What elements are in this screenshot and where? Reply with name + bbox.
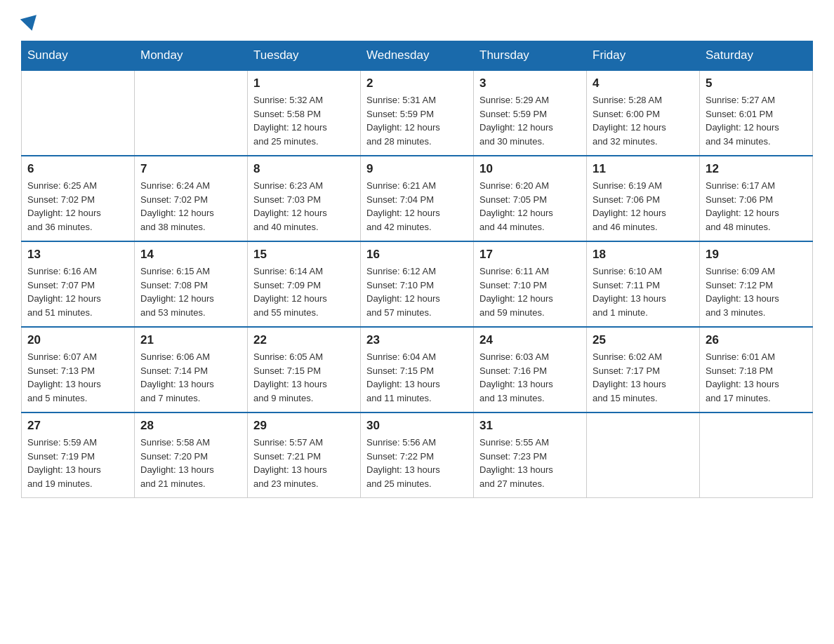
calendar-cell: 8Sunrise: 6:23 AM Sunset: 7:03 PM Daylig…	[248, 156, 361, 241]
logo-triangle-icon	[20, 15, 40, 33]
day-number: 19	[706, 248, 807, 262]
day-info: Sunrise: 6:01 AM Sunset: 7:18 PM Dayligh…	[706, 350, 807, 405]
day-info: Sunrise: 6:21 AM Sunset: 7:04 PM Dayligh…	[366, 179, 468, 234]
calendar-cell: 25Sunrise: 6:02 AM Sunset: 7:17 PM Dayli…	[587, 327, 700, 412]
calendar-cell: 29Sunrise: 5:57 AM Sunset: 7:21 PM Dayli…	[248, 412, 361, 498]
day-info: Sunrise: 6:02 AM Sunset: 7:17 PM Dayligh…	[593, 350, 694, 405]
day-info: Sunrise: 6:03 AM Sunset: 7:16 PM Dayligh…	[479, 350, 581, 405]
day-info: Sunrise: 5:57 AM Sunset: 7:21 PM Dayligh…	[253, 436, 355, 490]
day-info: Sunrise: 6:17 AM Sunset: 7:06 PM Dayligh…	[706, 179, 807, 234]
day-info: Sunrise: 5:32 AM Sunset: 5:58 PM Dayligh…	[253, 93, 355, 148]
day-number: 16	[366, 248, 468, 262]
weekday-header-saturday: Saturday	[700, 41, 813, 71]
day-info: Sunrise: 5:27 AM Sunset: 6:01 PM Dayligh…	[706, 93, 807, 148]
day-info: Sunrise: 6:06 AM Sunset: 7:14 PM Dayligh…	[140, 350, 241, 405]
calendar-cell: 14Sunrise: 6:15 AM Sunset: 7:08 PM Dayli…	[135, 241, 248, 327]
weekday-header-thursday: Thursday	[474, 41, 587, 71]
calendar-cell: 10Sunrise: 6:20 AM Sunset: 7:05 PM Dayli…	[474, 156, 587, 241]
day-number: 2	[366, 76, 468, 90]
calendar-cell: 12Sunrise: 6:17 AM Sunset: 7:06 PM Dayli…	[700, 156, 813, 241]
day-number: 27	[27, 419, 128, 433]
calendar-cell: 27Sunrise: 5:59 AM Sunset: 7:19 PM Dayli…	[22, 412, 135, 498]
calendar-cell: 1Sunrise: 5:32 AM Sunset: 5:58 PM Daylig…	[248, 70, 361, 156]
day-number: 4	[593, 76, 694, 90]
day-number: 29	[253, 419, 355, 433]
day-info: Sunrise: 6:04 AM Sunset: 7:15 PM Dayligh…	[366, 350, 468, 405]
calendar-cell: 7Sunrise: 6:24 AM Sunset: 7:02 PM Daylig…	[135, 156, 248, 241]
day-info: Sunrise: 6:16 AM Sunset: 7:07 PM Dayligh…	[27, 264, 128, 319]
calendar-cell: 18Sunrise: 6:10 AM Sunset: 7:11 PM Dayli…	[587, 241, 700, 327]
day-number: 22	[253, 333, 355, 347]
calendar-cell: 20Sunrise: 6:07 AM Sunset: 7:13 PM Dayli…	[22, 327, 135, 412]
day-info: Sunrise: 5:28 AM Sunset: 6:00 PM Dayligh…	[593, 93, 694, 148]
calendar-cell: 13Sunrise: 6:16 AM Sunset: 7:07 PM Dayli…	[22, 241, 135, 327]
calendar-cell: 24Sunrise: 6:03 AM Sunset: 7:16 PM Dayli…	[474, 327, 587, 412]
day-info: Sunrise: 6:12 AM Sunset: 7:10 PM Dayligh…	[366, 264, 468, 319]
day-number: 31	[479, 419, 581, 433]
day-info: Sunrise: 6:19 AM Sunset: 7:06 PM Dayligh…	[593, 179, 694, 234]
calendar-cell: 9Sunrise: 6:21 AM Sunset: 7:04 PM Daylig…	[361, 156, 474, 241]
calendar-header: SundayMondayTuesdayWednesdayThursdayFrid…	[22, 41, 813, 71]
day-number: 3	[479, 76, 581, 90]
calendar-cell: 21Sunrise: 6:06 AM Sunset: 7:14 PM Dayli…	[135, 327, 248, 412]
calendar-cell: 3Sunrise: 5:29 AM Sunset: 5:59 PM Daylig…	[474, 70, 587, 156]
week-row-4: 20Sunrise: 6:07 AM Sunset: 7:13 PM Dayli…	[22, 327, 813, 412]
calendar-cell: 22Sunrise: 6:05 AM Sunset: 7:15 PM Dayli…	[248, 327, 361, 412]
weekday-header-wednesday: Wednesday	[361, 41, 474, 71]
day-number: 1	[253, 76, 355, 90]
day-number: 30	[366, 419, 468, 433]
day-number: 17	[479, 248, 581, 262]
day-info: Sunrise: 5:31 AM Sunset: 5:59 PM Dayligh…	[366, 93, 468, 148]
calendar-cell: 31Sunrise: 5:55 AM Sunset: 7:23 PM Dayli…	[474, 412, 587, 498]
day-number: 12	[706, 162, 807, 176]
day-info: Sunrise: 5:58 AM Sunset: 7:20 PM Dayligh…	[140, 436, 241, 490]
week-row-2: 6Sunrise: 6:25 AM Sunset: 7:02 PM Daylig…	[22, 156, 813, 241]
day-info: Sunrise: 6:07 AM Sunset: 7:13 PM Dayligh…	[27, 350, 128, 405]
logo-blue-text	[21, 20, 39, 34]
calendar-cell: 15Sunrise: 6:14 AM Sunset: 7:09 PM Dayli…	[248, 241, 361, 327]
day-info: Sunrise: 6:23 AM Sunset: 7:03 PM Dayligh…	[253, 179, 355, 234]
day-number: 28	[140, 419, 241, 433]
day-info: Sunrise: 5:59 AM Sunset: 7:19 PM Dayligh…	[27, 436, 128, 490]
day-info: Sunrise: 6:11 AM Sunset: 7:10 PM Dayligh…	[479, 264, 581, 319]
calendar-cell	[22, 70, 135, 156]
weekday-header-sunday: Sunday	[22, 41, 135, 71]
day-info: Sunrise: 6:10 AM Sunset: 7:11 PM Dayligh…	[593, 264, 694, 319]
calendar-cell: 16Sunrise: 6:12 AM Sunset: 7:10 PM Dayli…	[361, 241, 474, 327]
day-number: 15	[253, 248, 355, 262]
day-number: 5	[706, 76, 807, 90]
calendar-cell: 28Sunrise: 5:58 AM Sunset: 7:20 PM Dayli…	[135, 412, 248, 498]
day-number: 18	[593, 248, 694, 262]
day-number: 23	[366, 333, 468, 347]
day-number: 6	[27, 162, 128, 176]
day-number: 10	[479, 162, 581, 176]
day-number: 25	[593, 333, 694, 347]
day-info: Sunrise: 6:05 AM Sunset: 7:15 PM Dayligh…	[253, 350, 355, 405]
day-number: 24	[479, 333, 581, 347]
week-row-1: 1Sunrise: 5:32 AM Sunset: 5:58 PM Daylig…	[22, 70, 813, 156]
calendar-table: SundayMondayTuesdayWednesdayThursdayFrid…	[21, 41, 813, 498]
day-info: Sunrise: 6:25 AM Sunset: 7:02 PM Dayligh…	[27, 179, 128, 234]
day-info: Sunrise: 6:15 AM Sunset: 7:08 PM Dayligh…	[140, 264, 241, 319]
day-info: Sunrise: 6:20 AM Sunset: 7:05 PM Dayligh…	[479, 179, 581, 234]
day-number: 26	[706, 333, 807, 347]
day-number: 7	[140, 162, 241, 176]
calendar-body: 1Sunrise: 5:32 AM Sunset: 5:58 PM Daylig…	[22, 70, 813, 498]
day-number: 13	[27, 248, 128, 262]
week-row-5: 27Sunrise: 5:59 AM Sunset: 7:19 PM Dayli…	[22, 412, 813, 498]
day-number: 11	[593, 162, 694, 176]
calendar-cell	[135, 70, 248, 156]
day-info: Sunrise: 6:24 AM Sunset: 7:02 PM Dayligh…	[140, 179, 241, 234]
calendar-cell: 26Sunrise: 6:01 AM Sunset: 7:18 PM Dayli…	[700, 327, 813, 412]
day-info: Sunrise: 6:14 AM Sunset: 7:09 PM Dayligh…	[253, 264, 355, 319]
calendar-cell: 5Sunrise: 5:27 AM Sunset: 6:01 PM Daylig…	[700, 70, 813, 156]
calendar-cell	[700, 412, 813, 498]
calendar-cell: 30Sunrise: 5:56 AM Sunset: 7:22 PM Dayli…	[361, 412, 474, 498]
calendar-cell: 19Sunrise: 6:09 AM Sunset: 7:12 PM Dayli…	[700, 241, 813, 327]
weekday-header-row: SundayMondayTuesdayWednesdayThursdayFrid…	[22, 41, 813, 71]
day-number: 14	[140, 248, 241, 262]
day-info: Sunrise: 6:09 AM Sunset: 7:12 PM Dayligh…	[706, 264, 807, 319]
day-info: Sunrise: 5:29 AM Sunset: 5:59 PM Dayligh…	[479, 93, 581, 148]
calendar-cell: 6Sunrise: 6:25 AM Sunset: 7:02 PM Daylig…	[22, 156, 135, 241]
calendar-cell: 23Sunrise: 6:04 AM Sunset: 7:15 PM Dayli…	[361, 327, 474, 412]
